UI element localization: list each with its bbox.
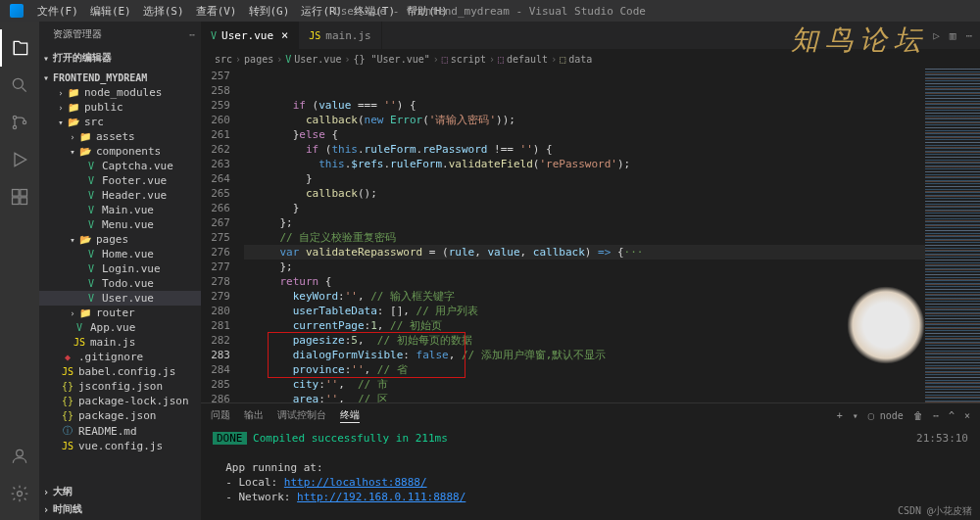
file-main-js[interactable]: JSmain.js [39,335,201,350]
tab-user-vue[interactable]: VUser.vue× [201,22,299,49]
svg-point-0 [13,78,23,88]
menu-file[interactable]: 文件(F) [31,2,84,21]
menubar: 文件(F) 编辑(E) 选择(S) 查看(V) 转到(G) 运行(R) 终端(T… [0,0,980,22]
file-main-vue[interactable]: VMain.vue [39,203,201,217]
file-vueconfig[interactable]: JSvue.config.js [39,439,201,453]
svg-rect-5 [21,190,27,197]
file-login[interactable]: VLogin.vue [39,261,201,276]
menu-select[interactable]: 选择(S) [137,2,190,21]
file-header[interactable]: VHeader.vue [39,188,201,203]
timeline-section[interactable]: ›时间线 [39,500,201,518]
search-icon[interactable] [0,67,39,104]
folder-assets[interactable]: ›📁assets [39,129,201,144]
open-editors-section[interactable]: ▾打开的编辑器 [39,49,201,67]
network-url-link[interactable]: http://192.168.0.111:8888/ [297,491,466,503]
file-todo[interactable]: VTodo.vue [39,276,201,291]
folder-node-modules[interactable]: ›📁node_modules [39,85,201,100]
terminal-node-label[interactable]: ▢ node [868,410,904,421]
source-control-icon[interactable] [0,104,39,141]
file-pkg[interactable]: {}package.json [39,408,201,423]
folder-router[interactable]: ›📁router [39,306,201,320]
split-icon[interactable]: ▥ [950,29,956,42]
more-icon[interactable]: ⋯ [965,29,972,42]
sidebar-header: 资源管理器 ⋯ [39,22,201,47]
terminal-panel: 问题 输出 调试控制台 终端 + ▾ ▢ node 🗑 ⋯ ^ × DONE C… [201,402,980,520]
svg-point-8 [17,449,24,456]
svg-rect-7 [21,198,27,205]
file-pkglock[interactable]: {}package-lock.json [39,394,201,408]
close-icon[interactable]: × [281,28,288,42]
svg-point-9 [18,492,23,496]
folder-public[interactable]: ›📁public [39,100,201,115]
local-url-link[interactable]: http://localhost:8888/ [284,476,427,489]
file-babel[interactable]: JSbabel.config.js [39,364,201,379]
menu-go[interactable]: 转到(G) [243,2,296,21]
file-captcha[interactable]: VCaptcha.vue [39,159,201,173]
more-icon[interactable]: ⋯ [189,29,195,40]
kill-terminal-icon[interactable]: 🗑 [913,410,923,421]
terminal-more-icon[interactable]: ⋯ [933,410,939,421]
file-footer[interactable]: VFooter.vue [39,173,201,188]
window-title: User.vue - frontend_mydream - Visual Stu… [334,5,646,18]
terminal-tab-problems[interactable]: 问题 [211,408,230,422]
timestamp: 21:53:10 [916,431,968,446]
explorer-icon[interactable] [0,29,39,67]
terminal-tab-terminal[interactable]: 终端 [340,408,360,423]
file-readme[interactable]: ⓘREADME.md [39,423,201,439]
file-gitignore[interactable]: ◆.gitignore [39,350,201,364]
svg-rect-4 [13,190,20,197]
file-user[interactable]: VUser.vue [39,291,201,306]
run-icon[interactable]: ▷ [933,29,940,42]
project-section[interactable]: ▾FRONTEND_MYDREAM [39,71,201,85]
terminal-tab-debug[interactable]: 调试控制台 [277,408,326,422]
file-home[interactable]: VHome.vue [39,247,201,261]
close-panel-icon[interactable]: × [964,410,970,421]
split-terminal-icon[interactable]: ▾ [853,410,858,421]
editor-area: VUser.vue× JSmain.js ▷ ▥ ⋯ src› pages› V… [201,22,980,520]
done-badge: DONE [213,432,247,445]
terminal-content[interactable]: DONE Compiled successfully in 211ms21:53… [201,427,980,520]
extensions-icon[interactable] [0,178,39,215]
run-debug-icon[interactable] [0,141,39,178]
file-menu[interactable]: VMenu.vue [39,217,201,232]
accounts-icon[interactable] [0,438,39,475]
new-terminal-icon[interactable]: + [837,410,843,421]
file-jsconfig[interactable]: {}jsconfig.json [39,379,201,394]
folder-src[interactable]: ▾📂src [39,115,201,129]
minimap[interactable] [925,69,980,402]
menu-edit[interactable]: 编辑(E) [84,2,137,21]
tab-main-js[interactable]: JSmain.js [299,22,381,49]
outline-section[interactable]: ›大纲 [39,483,201,500]
activity-bar [0,22,39,520]
svg-point-2 [13,125,16,128]
vscode-icon [10,4,24,18]
svg-point-3 [23,120,25,123]
explorer-sidebar: 资源管理器 ⋯ ▾打开的编辑器 ▾FRONTEND_MYDREAM ›📁node… [39,22,201,520]
svg-point-1 [13,116,16,118]
menu-view[interactable]: 查看(V) [190,2,243,21]
folder-pages[interactable]: ▾📂pages [39,232,201,247]
gear-icon[interactable] [0,475,39,512]
svg-rect-6 [13,198,20,205]
file-app-vue[interactable]: VApp.vue [39,320,201,335]
terminal-tab-output[interactable]: 输出 [244,408,264,422]
code-editor[interactable]: 2572582592602612622632642652662672752762… [201,69,980,402]
tab-bar: VUser.vue× JSmain.js ▷ ▥ ⋯ [201,22,980,49]
folder-components[interactable]: ▾📂components [39,144,201,159]
maximize-icon[interactable]: ^ [949,410,955,421]
breadcrumb[interactable]: src› pages› VUser.vue› {} "User.vue"› ⬚s… [201,49,980,69]
